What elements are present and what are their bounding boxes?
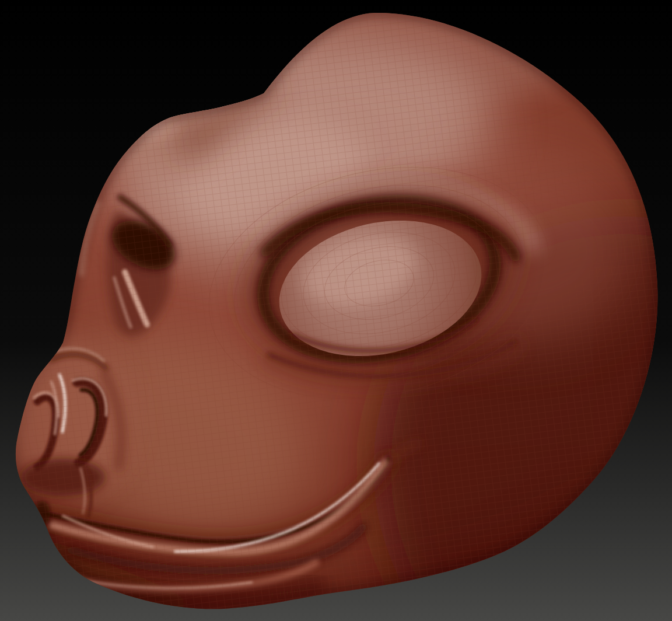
sculpt-canvas xyxy=(0,0,672,621)
sculpt-viewport[interactable] xyxy=(0,0,672,621)
